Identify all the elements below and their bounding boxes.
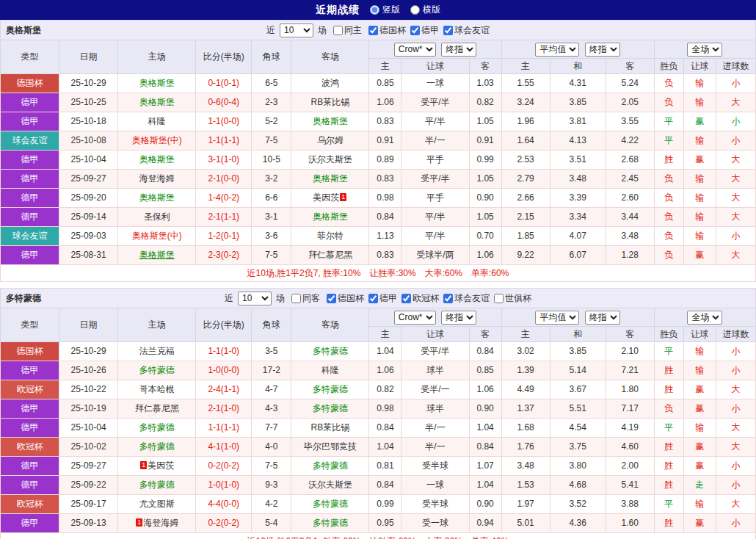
away-team-link[interactable]: 多特蒙德 <box>313 384 348 394</box>
vertical-radio[interactable] <box>370 5 379 15</box>
home-team-link[interactable]: 海登海姆 <box>139 173 175 184</box>
avg-time-select[interactable]: 终指 <box>585 311 620 325</box>
away-team-link[interactable]: 拜仁慕尼黑 <box>308 250 352 260</box>
result-goals-cell: 大 <box>716 151 755 170</box>
competition-checkbox[interactable] <box>401 294 411 303</box>
home-team-link[interactable]: 奥格斯堡 <box>139 192 175 203</box>
away-team-link[interactable]: 美因茨 <box>313 192 339 203</box>
odds-away-cell: 1.07 <box>469 457 501 476</box>
away-team-link[interactable]: 科隆 <box>321 365 339 375</box>
home-team-link[interactable]: 奥格斯堡 <box>139 250 175 260</box>
same-venue-checkbox[interactable] <box>333 26 343 35</box>
odds-provider-select[interactable]: Crow* <box>394 311 436 325</box>
competition-checkbox[interactable] <box>443 294 453 303</box>
home-team-link[interactable]: 奥格斯堡(中) <box>132 135 182 145</box>
home-team-link[interactable]: 奥格斯堡 <box>139 97 175 107</box>
away-team-link[interactable]: 奥格斯堡 <box>313 116 348 126</box>
home-team-link[interactable]: 哥本哈根 <box>139 384 175 394</box>
corner-cell: 4-0 <box>252 438 291 457</box>
odds-handicap-cell: 半/一 <box>401 419 469 438</box>
home-team-cell: 奥格斯堡 <box>118 189 196 208</box>
away-team-link[interactable]: 多特蒙德 <box>313 460 348 471</box>
score-cell: 2-3(0-2) <box>196 246 252 265</box>
away-team-link[interactable]: 多特蒙德 <box>313 403 348 413</box>
away-team-link[interactable]: 乌尔姆 <box>317 135 344 145</box>
away-team-link[interactable]: 奥格斯堡 <box>313 211 348 222</box>
home-team-link[interactable]: 法兰克福 <box>139 346 175 356</box>
odds-handicap-cell: 受半球 <box>401 457 469 476</box>
score-cell: 1-0(1-0) <box>196 476 252 495</box>
full-match-select[interactable]: 全场 <box>687 311 722 325</box>
odds-away-cell: 1.05 <box>469 208 501 227</box>
summary-line: 近10场,胜6平3负1, 胜率:60% 让胜率:60% 大率:30% 单率:40… <box>0 533 756 539</box>
avg-type-select[interactable]: 平均值 <box>535 311 579 325</box>
away-team-link[interactable]: 多特蒙德 <box>313 346 348 356</box>
full-match-select[interactable]: 全场 <box>687 43 722 57</box>
away-team-link[interactable]: 多特蒙德 <box>313 499 348 509</box>
result-outcome-cell: 胜 <box>654 438 683 457</box>
home-team-link[interactable]: 拜仁慕尼黑 <box>135 403 179 413</box>
avg-home-cell: 1.97 <box>501 495 550 514</box>
same-venue-filter[interactable]: 同客 <box>287 292 320 305</box>
competition-checkbox[interactable] <box>368 294 378 303</box>
home-team-cell: 奥格斯堡(中) <box>118 131 196 151</box>
horizontal-radio[interactable] <box>410 5 420 15</box>
avg-home-cell: 2.66 <box>501 189 550 208</box>
competition-checkbox[interactable] <box>443 26 453 35</box>
home-team-link[interactable]: 奥格斯堡(中) <box>132 231 182 241</box>
result-outcome-cell: 胜 <box>654 361 683 380</box>
away-team-link[interactable]: 波鸿 <box>321 78 339 88</box>
competition-checkbox[interactable] <box>410 26 420 35</box>
avg-away-cell: 2.10 <box>606 342 654 361</box>
match-count-select[interactable]: 10 <box>280 23 313 37</box>
competition-filter[interactable]: 德甲 <box>406 24 439 37</box>
competition-filter[interactable]: 欧冠杯 <box>397 292 439 305</box>
odds-time-select[interactable]: 终指 <box>441 43 476 57</box>
away-team-link[interactable]: RB莱比锡 <box>311 422 350 433</box>
home-team-link[interactable]: 海登海姆 <box>143 518 178 528</box>
competition-checkbox[interactable] <box>368 26 378 35</box>
home-team-link[interactable]: 尤文图斯 <box>139 499 175 509</box>
away-team-link[interactable]: RB莱比锡 <box>311 97 350 107</box>
away-team-link[interactable]: 沃尔夫斯堡 <box>308 154 352 164</box>
home-team-link[interactable]: 科隆 <box>148 116 166 126</box>
home-team-link[interactable]: 多特蒙德 <box>139 441 175 452</box>
away-team-link[interactable]: 多特蒙德 <box>313 518 348 528</box>
match-count-select[interactable]: 10 <box>238 292 272 305</box>
competition-filter[interactable]: 德甲 <box>364 292 397 305</box>
odds-time-select[interactable]: 终指 <box>441 311 476 325</box>
layout-option-horizontal[interactable]: 横版 <box>410 4 440 16</box>
home-team-link[interactable]: 美因茨 <box>148 460 174 471</box>
avg-type-select[interactable]: 平均值 <box>535 43 579 57</box>
filter-bar: 近 10 场 同主 德国杯德甲球会友谊 <box>266 23 490 37</box>
home-team-cell: 尤文图斯 <box>118 495 196 514</box>
away-team-link[interactable]: 菲尔特 <box>317 231 344 241</box>
competition-checkbox[interactable] <box>494 294 504 303</box>
home-team-cell: 奥格斯堡(中) <box>118 227 196 246</box>
home-team-link[interactable]: 多特蒙德 <box>139 365 175 375</box>
layout-option-vertical[interactable]: 竖版 <box>370 4 400 16</box>
competition-filter[interactable]: 德国杯 <box>322 292 364 305</box>
competition-filter[interactable]: 球会友谊 <box>439 292 490 305</box>
filter-near-label: 近 <box>225 292 233 305</box>
competition-checkbox[interactable] <box>327 294 336 303</box>
same-venue-checkbox[interactable] <box>291 294 301 303</box>
competition-filter[interactable]: 球会友谊 <box>439 24 490 37</box>
home-team-link[interactable]: 多特蒙德 <box>139 422 175 433</box>
away-team-link[interactable]: 沃尔夫斯堡 <box>308 480 352 490</box>
home-team-link[interactable]: 奥格斯堡 <box>139 78 175 88</box>
filter-bar: 近 10 场 同客 德国杯德甲欧冠杯球会友谊世俱杯 <box>225 292 531 305</box>
score-cell: 3-1(1-0) <box>196 151 252 170</box>
corner-cell: 9-3 <box>252 476 291 495</box>
same-venue-filter[interactable]: 同主 <box>329 24 362 37</box>
odds-provider-select[interactable]: Crow* <box>394 43 436 57</box>
away-team-link[interactable]: 毕尔巴鄂竞技 <box>304 441 357 452</box>
home-team-link[interactable]: 圣保利 <box>144 211 170 222</box>
avg-time-select[interactable]: 终指 <box>585 43 620 57</box>
competition-filter[interactable]: 德国杯 <box>364 24 406 37</box>
competition-filter[interactable]: 世俱杯 <box>490 292 531 305</box>
home-team-link[interactable]: 多特蒙德 <box>139 480 175 490</box>
home-team-link[interactable]: 奥格斯堡 <box>139 154 175 164</box>
corner-cell: 3-5 <box>252 342 291 361</box>
away-team-link[interactable]: 奥格斯堡 <box>313 173 348 184</box>
